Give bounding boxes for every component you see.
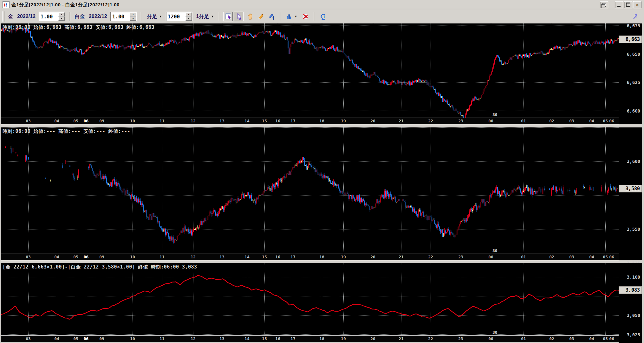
gold-chart-pane[interactable]: 30 時刻:06:00 始値:6,663 高値:6,663 安値:6,663 終…: [1, 23, 642, 124]
time-axis-label: 09: [99, 255, 104, 259]
chart-pointer-tool-button[interactable]: [223, 12, 233, 21]
spread-chart-pane[interactable]: 30 [金 22/12 6,663×1.00]-[白金 22/12 3,580×…: [1, 263, 642, 343]
gold-plot[interactable]: 30: [1, 23, 619, 118]
platinum-time-axis: 0304050609101112131415161718192021222300…: [1, 254, 619, 260]
platinum-ohlc-info: 時刻:06:00 始値:--- 高値:--- 安値:--- 終値:---: [3, 128, 130, 134]
platinum-multiplier-value: 1.00: [111, 12, 130, 21]
gold-multiplier-spinbox[interactable]: 1.00 ▲▼: [39, 12, 65, 21]
time-axis-label: 03: [569, 255, 574, 259]
window-titlebar[interactable]: 金1分足[2022/12]1.00 - 白金1分足[2022/12]1.00 ×: [1, 1, 643, 9]
maximize-button[interactable]: [624, 1, 632, 8]
gold-ohlc-info: 時刻:06:00 始値:6,663 高値:6,663 安値:6,663 終値:6…: [3, 24, 154, 30]
time-axis-label: 06: [83, 119, 88, 123]
time-axis-label: 20: [370, 119, 375, 123]
delete-chart-icon: [302, 13, 308, 20]
time-axis-label: 16: [275, 336, 280, 341]
spread-info: [金 22/12 6,663×1.00]-[白金 22/12 3,580×1.0…: [3, 264, 197, 270]
time-axis-label: 03: [569, 119, 574, 123]
minimize-button[interactable]: [615, 1, 623, 8]
bar-chart-icon: [286, 13, 291, 20]
platinum-multiplier-down-button[interactable]: ▼: [130, 16, 136, 21]
toolbar-grip[interactable]: [2, 11, 4, 22]
platinum-label: 白金: [75, 13, 85, 20]
price-axis-label: 3,600: [627, 159, 640, 164]
wrench-icon: [632, 13, 637, 20]
time-axis-label: 00: [488, 336, 493, 341]
time-axis-label: 11: [159, 255, 165, 259]
new-window-button[interactable]: [600, 1, 608, 8]
hand-pan-tool-button[interactable]: [245, 12, 254, 21]
time-axis-label: 06: [83, 255, 88, 259]
toolbar-separator: [141, 12, 142, 21]
time-axis-label: 12: [191, 336, 196, 341]
price-axis-label: 6,650: [627, 52, 640, 57]
time-axis-label: 00: [488, 255, 493, 259]
time-axis-label: 11: [159, 119, 165, 123]
time-axis-label: 13: [219, 255, 224, 259]
price-axis-label: 3,025: [627, 332, 640, 337]
time-axis-label: 12: [191, 119, 196, 123]
time-axis-label: 10: [130, 336, 135, 341]
time-axis-label: 06: [609, 255, 614, 259]
chart-type-dropdown[interactable]: ▼: [293, 14, 298, 19]
gold-multiplier-down-button[interactable]: ▼: [58, 16, 65, 21]
current-price-box: 3,083: [619, 286, 642, 294]
time-axis-label: 02: [549, 119, 554, 123]
interval-dropdown[interactable]: 1分足 ▼: [195, 13, 215, 21]
time-axis-label: 13: [219, 119, 224, 123]
platinum-plot[interactable]: 30: [1, 127, 619, 254]
time-axis-label: 05: [603, 336, 608, 341]
hand-pan-icon: [247, 13, 252, 20]
time-axis-label: 06: [83, 336, 88, 341]
settings-wrench-button[interactable]: [630, 12, 640, 21]
marker-move-tool-button[interactable]: [266, 12, 276, 21]
platinum-multiplier-up-button[interactable]: ▲: [130, 12, 136, 16]
time-axis-label: 17: [290, 119, 296, 123]
bar-type-label: 分足: [147, 13, 157, 20]
time-axis-label: 04: [54, 255, 59, 259]
day-marker: 30: [492, 112, 498, 117]
close-button[interactable]: ×: [633, 1, 641, 8]
time-axis-label: 10: [130, 119, 135, 123]
bar-type-dropdown[interactable]: 分足 ▼: [146, 13, 163, 21]
chart-type-button[interactable]: [283, 12, 293, 21]
time-axis-label: 06: [609, 336, 614, 341]
bar-count-down-button[interactable]: ▼: [185, 16, 192, 21]
bar-count-value: 1200: [166, 12, 185, 21]
window-title: 金1分足[2022/12]1.00 - 白金1分足[2022/12]1.00: [11, 2, 120, 8]
time-axis-label: 04: [589, 336, 594, 341]
time-axis-label: 22: [428, 336, 433, 341]
price-axis-label: 3,100: [627, 275, 640, 280]
bar-count-spinbox[interactable]: 1200 ▲▼: [166, 12, 192, 21]
time-axis-label: 15: [262, 119, 267, 123]
toolbar-separator: [313, 12, 314, 21]
time-axis-label: 23: [458, 336, 463, 341]
gold-multiplier-up-button[interactable]: ▲: [58, 12, 65, 16]
time-axis-label: 17: [290, 336, 296, 341]
interval-label: 1分足: [196, 13, 209, 20]
spread-plot[interactable]: 30: [1, 263, 619, 335]
day-marker: 30: [492, 248, 498, 253]
gold-multiplier-value: 1.00: [39, 12, 58, 21]
current-price-box: 3,580: [619, 185, 642, 192]
platinum-multiplier-spinbox[interactable]: 1.00 ▲▼: [110, 12, 137, 21]
time-axis-label: 16: [275, 119, 280, 123]
delete-chart-button[interactable]: [300, 12, 310, 21]
time-axis-label: 10: [130, 255, 135, 259]
toolbar-separator: [279, 12, 280, 21]
bar-count-up-button[interactable]: ▲: [185, 12, 192, 16]
platinum-chart-pane[interactable]: 30 時刻:06:00 始値:--- 高値:--- 安値:--- 終値:--- …: [1, 127, 642, 260]
time-axis-label: 05: [603, 119, 608, 123]
time-axis-label: 18: [319, 336, 324, 341]
platinum-price-axis: 3,6003,5503,5253,580: [619, 127, 642, 260]
select-arrow-tool-button[interactable]: [234, 12, 244, 21]
select-arrow-icon: [236, 13, 241, 20]
pencil-draw-tool-button[interactable]: [256, 12, 265, 21]
toolbar-separator: [219, 12, 220, 21]
time-axis-label: 02: [549, 255, 554, 259]
refresh-button[interactable]: R: [317, 12, 327, 21]
time-axis-label: 03: [26, 119, 31, 123]
time-axis-label: 15: [262, 336, 267, 341]
time-axis-label: 04: [54, 336, 59, 341]
time-axis-label: 01: [521, 255, 526, 259]
